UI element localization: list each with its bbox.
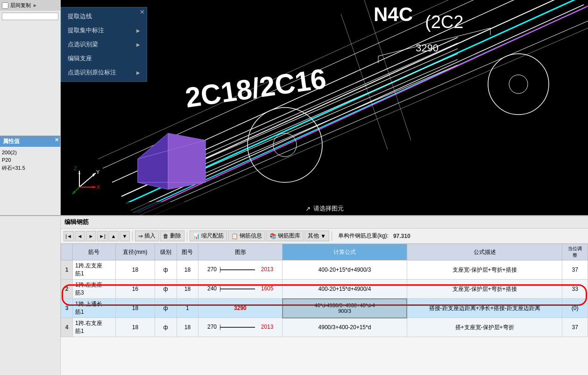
menu-item-extract-annotation[interactable]: 提取集中标注 ▶ [61,23,147,37]
property-value-5: 碎石<31.5 [2,164,58,173]
table-row-selected[interactable]: 3 1跨.上通长筋1 18 ф 1 3290 46*d-4900/3+4900+… [61,299,588,318]
layer-expand-icon[interactable]: ► [33,3,37,8]
menu-arrow-icon: ▶ [136,28,140,33]
grade[interactable]: ф [155,260,177,280]
menu-arrow-icon-2: ▶ [136,42,140,47]
other-btn[interactable]: 其他 ▼ [305,231,329,241]
delete-icon: 🗑 [163,233,169,239]
svg-text:(2C2: (2C2 [425,12,463,32]
property-close-btn[interactable]: ✕ [55,137,59,143]
rebar-info-btn[interactable]: 📋 钢筋信息 [228,231,265,241]
property-value-4: P20 [2,156,58,164]
grade[interactable]: ф [155,299,177,318]
diameter[interactable]: 18 [115,318,155,337]
property-panel-title: 属性值 ✕ [0,136,60,147]
svg-text:Z: Z [74,166,77,171]
rebar-editor-title: 编辑钢筋 [61,216,588,229]
property-value-3: 200(2) [2,149,58,156]
diameter[interactable]: 16 [115,280,155,299]
rebar-table-container[interactable]: 筋号 直径(mm) 级别 图号 图形 计算公式 公式描述 当位调整 1 1跨.左… [61,244,588,337]
th-row-num [61,244,73,260]
svg-text:N4C: N4C [374,3,413,25]
th-description[interactable]: 公式描述 [407,244,562,260]
svg-marker-40 [78,171,80,174]
formula[interactable]: 4900/3+400-20+15*d [283,318,407,337]
th-diameter[interactable]: 直径(mm) [115,244,155,260]
menu-item-identify-position[interactable]: 点选识别原位标注 ▶ [61,65,147,79]
table-row[interactable]: 1 1跨.左支座筋1 18 ф 18 270 2013 400-20+15*d+… [61,260,588,280]
shape-cell: 240 1605 [198,280,283,299]
adjustment[interactable]: 37 [562,260,588,280]
formula[interactable]: 400-20+15*d+4900/4 [283,280,407,299]
first-record-btn[interactable]: |◄ [64,231,74,241]
table-row[interactable]: 2 1跨.左支座筋3 16 ф 18 240 1605 400-20+15*d+… [61,280,588,299]
bar-name[interactable]: 1跨.上通长筋1 [73,299,116,318]
scale-rebar-btn[interactable]: 📊 缩尺配筋 [190,231,227,241]
bar-name[interactable]: 1跨.左支座筋3 [73,280,116,299]
grade[interactable]: ф [155,318,177,337]
sidebar-search-box [2,13,58,20]
shape-cell: 270 2013 [198,318,283,337]
th-shape-num[interactable]: 图号 [177,244,198,260]
description: 搭接-距支座边距离+净长+搭接-距支座边距离 [407,299,562,318]
shape-cell: 270 2013 [198,260,283,280]
layer-label: 层间复制 [10,2,31,9]
library-icon: 📚 [269,233,276,239]
toolbar-sep-2 [187,231,187,241]
shape-num[interactable]: 18 [177,260,198,280]
dropdown-menu: ✕ 提取边线 提取集中标注 ▶ 点选识别梁 ▶ 编辑支座 点选识别原位标注 ▶ [61,7,147,82]
layer-checkbox[interactable] [2,2,8,9]
row-number: 2 [61,280,73,299]
adjustment[interactable]: (0) [562,299,588,318]
shape-num[interactable]: 18 [177,318,198,337]
cursor-icon: ↗ [305,205,311,212]
search-input[interactable] [4,14,57,19]
toolbar-row: |◄ ◄ ► ►| ▲ ▼ ⇒ 插入 🗑 删除 📊 缩尺配筋 📋 钢筋信息 📚 … [61,229,588,244]
next-record-btn[interactable]: ► [86,231,96,241]
description: 支座宽-保护层+弯折+搭接 [407,260,562,280]
menu-arrow-icon-3: ▶ [136,70,140,75]
insert-btn[interactable]: ⇒ 插入 [135,231,159,241]
row-number: 3 [61,299,73,318]
formula[interactable]: 46*d-4900/3+4900+46*d-4900/3 [283,299,407,318]
toolbar-sep-1 [132,231,133,241]
axis-indicator: X Y Z [70,164,103,196]
adjustment[interactable]: 33 [562,280,588,299]
sidebar-top: 层间复制 ► [0,0,60,11]
property-content: 200(2) P20 碎石<31.5 [0,147,60,174]
th-shape[interactable]: 图形 [198,244,283,260]
formula[interactable]: 400-20+15*d+4900/3 [283,260,407,280]
bar-name[interactable]: 1跨.左支座筋1 [73,260,116,280]
th-adjustment[interactable]: 当位调整 [562,244,588,260]
adjustment[interactable]: 37 [562,318,588,337]
prev-record-btn[interactable]: ◄ [75,231,85,241]
status-text: 请选择图元 [313,204,344,213]
weight-value: 97.310 [393,233,411,239]
other-dropdown-icon: ▼ [320,233,326,239]
svg-marker-41 [92,186,96,188]
table-row[interactable]: 4 1跨.右支座筋1 18 ф 18 270 2013 4900/3+400-2… [61,318,588,337]
menu-item-extract-edge[interactable]: 提取边线 [61,9,147,23]
th-grade[interactable]: 级别 [155,244,177,260]
property-panel: 属性值 ✕ 200(2) P20 碎石<31.5 [0,136,61,174]
shape-cell: 3290 [198,299,283,318]
dropdown-close-btn[interactable]: ✕ [140,8,145,15]
menu-item-edit-support[interactable]: 编辑支座 [61,51,147,65]
last-record-btn[interactable]: ►| [97,231,107,241]
th-bar-id[interactable]: 筋号 [73,244,116,260]
bar-name[interactable]: 1跨.右支座筋1 [73,318,116,337]
diameter[interactable]: 18 [115,299,155,318]
move-down-btn[interactable]: ▼ [120,231,130,241]
row-number: 4 [61,318,73,337]
svg-marker-39 [92,173,96,177]
shape-num[interactable]: 18 [177,280,198,299]
rebar-library-btn[interactable]: 📚 钢筋图库 [266,231,304,241]
rebar-editor-panel: 编辑钢筋 |◄ ◄ ► ►| ▲ ▼ ⇒ 插入 🗑 删除 📊 缩尺配筋 📋 钢筋… [61,215,588,375]
th-formula[interactable]: 计算公式 [283,244,407,260]
shape-num[interactable]: 1 [177,299,198,318]
diameter[interactable]: 18 [115,260,155,280]
menu-item-identify-beam[interactable]: 点选识别梁 ▶ [61,37,147,51]
delete-btn[interactable]: 🗑 删除 [160,231,184,241]
move-up-btn[interactable]: ▲ [108,231,119,241]
grade[interactable]: ф [155,280,177,299]
